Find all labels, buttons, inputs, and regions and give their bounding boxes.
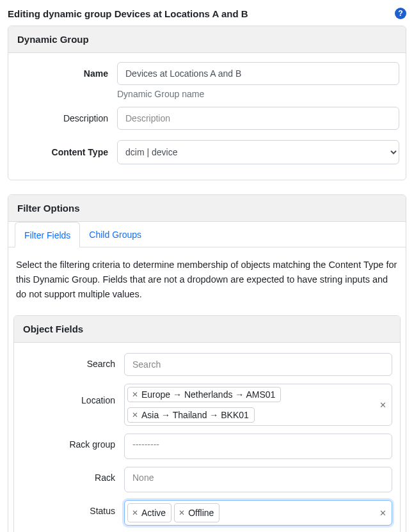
status-label: Status — [22, 500, 124, 516]
location-tag-label: Asia → Thailand → BKK01 — [141, 410, 249, 420]
clear-location-icon[interactable]: ✕ — [379, 400, 386, 409]
description-input[interactable] — [117, 107, 399, 130]
tab-child-groups[interactable]: Child Groups — [80, 222, 150, 247]
rack-group-field[interactable]: --------- — [124, 434, 392, 459]
dynamic-group-panel: Dynamic Group Name Dynamic Group name De… — [8, 26, 406, 180]
object-fields-title: Object Fields — [14, 316, 400, 343]
rack-field[interactable]: None — [124, 467, 392, 492]
filter-tabs: Filter Fields Child Groups — [8, 222, 406, 247]
filter-options-panel: Filter Options Filter Fields Child Group… — [8, 194, 406, 532]
status-tag: ✕ Active — [127, 503, 171, 522]
search-label: Search — [22, 353, 124, 369]
rack-placeholder: None — [132, 473, 154, 487]
filter-description: Select the filtering criteria to determi… — [15, 258, 399, 302]
remove-tag-icon[interactable]: ✕ — [132, 411, 138, 419]
help-icon[interactable]: ? — [395, 8, 406, 19]
dynamic-group-panel-title: Dynamic Group — [8, 26, 406, 53]
status-tag: ✕ Offline — [174, 503, 219, 522]
remove-tag-icon[interactable]: ✕ — [132, 509, 138, 517]
rack-label: Rack — [22, 467, 124, 483]
name-help: Dynamic Group name — [117, 89, 399, 99]
location-tag: ✕ Europe → Netherlands → AMS01 — [127, 387, 281, 402]
status-tag-label: Active — [141, 508, 166, 518]
filter-options-panel-title: Filter Options — [8, 195, 406, 222]
object-fields-panel: Object Fields Search Location — [13, 315, 401, 532]
clear-status-icon[interactable]: ✕ — [379, 508, 386, 517]
location-tag-label: Europe → Netherlands → AMS01 — [141, 389, 275, 400]
status-field[interactable]: ✕ Active ✕ Offline ✕ — [124, 500, 392, 526]
content-type-label: Content Type — [15, 147, 117, 157]
name-label: Name — [15, 68, 117, 79]
location-field[interactable]: ✕ Europe → Netherlands → AMS01 ✕ Asia → … — [124, 384, 392, 426]
remove-tag-icon[interactable]: ✕ — [179, 509, 185, 517]
status-tag-label: Offline — [188, 508, 214, 518]
content-type-select[interactable]: dcim | device — [117, 140, 399, 164]
rack-group-label: Rack group — [22, 434, 124, 450]
description-label: Description — [15, 113, 117, 123]
location-label: Location — [22, 384, 124, 405]
search-input[interactable] — [124, 353, 392, 376]
tab-filter-fields[interactable]: Filter Fields — [15, 222, 80, 247]
page-title: Editing dynamic group Devices at Locatio… — [8, 8, 248, 19]
name-input[interactable] — [117, 62, 399, 85]
rack-group-placeholder: --------- — [132, 439, 159, 453]
location-tag: ✕ Asia → Thailand → BKK01 — [127, 407, 255, 423]
remove-tag-icon[interactable]: ✕ — [132, 391, 138, 398]
